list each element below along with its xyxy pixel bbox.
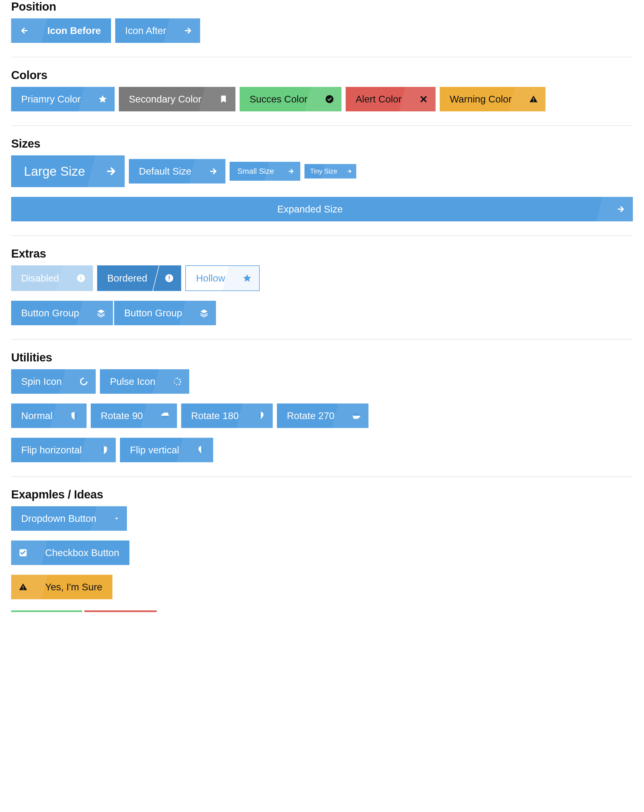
shield-icon — [153, 403, 177, 428]
alert-color-label: Alert Color — [346, 87, 412, 111]
flip-v-label: Flip vertical — [120, 438, 189, 462]
heading-extras: Extras — [11, 247, 633, 260]
exclamation-circle-icon — [157, 266, 181, 291]
rotate-180-button[interactable]: Rotate 180 — [181, 403, 273, 428]
layers-icon — [89, 301, 113, 325]
dropdown-button[interactable]: Dropdown Button — [11, 506, 127, 531]
arrow-right-icon — [609, 197, 633, 221]
button-group: Button Group Button Group — [11, 301, 216, 325]
pulse-label: Pulse Icon — [100, 369, 165, 394]
dots-spinner-icon — [165, 369, 189, 394]
rotate-270-button[interactable]: Rotate 270 — [277, 403, 368, 428]
flip-horizontal-button[interactable]: Flip horizontal — [11, 438, 116, 462]
caret-down-icon — [106, 506, 127, 531]
tiny-size-button[interactable]: Tiny Size — [304, 164, 356, 179]
bookmark-icon — [212, 87, 236, 111]
heading-colors: Colors — [11, 69, 633, 82]
layers-icon — [192, 301, 216, 325]
large-size-label: Large Size — [11, 156, 98, 187]
default-size-label: Default Size — [129, 159, 201, 183]
icon-after-label: Icon After — [115, 18, 177, 43]
heading-sizes: Sizes — [11, 137, 633, 150]
arrow-right-icon — [98, 156, 125, 187]
section-utilities: Utilities Spin Icon Pulse Icon Normal Ro… — [11, 339, 633, 476]
checkbox-label: Checkbox Button — [35, 540, 129, 565]
heading-position: Position — [11, 0, 633, 13]
checkbox-button[interactable]: Checkbox Button — [11, 540, 129, 565]
section-position: Position Icon Before Icon After — [11, 0, 633, 57]
section-extras: Extras Disabled Bordered Hollow Button G… — [11, 235, 633, 339]
star-icon — [235, 266, 259, 290]
spin-icon-button[interactable]: Spin Icon — [11, 369, 96, 394]
bordered-label: Bordered — [97, 266, 157, 290]
heading-examples: Exapmles / Ideas — [11, 488, 633, 501]
disabled-button: Disabled — [11, 266, 93, 291]
shield-icon — [62, 403, 87, 428]
normal-label: Normal — [11, 403, 62, 428]
rotate-270-label: Rotate 270 — [277, 403, 344, 428]
primary-color-button[interactable]: Priamry Color — [11, 87, 115, 111]
arrow-right-icon — [201, 159, 225, 183]
icon-after-button[interactable]: Icon After — [115, 18, 200, 43]
tiny-size-label: Tiny Size — [304, 164, 343, 179]
confirm-label: Yes, I'm Sure — [35, 575, 113, 599]
flip-h-label: Flip horizontal — [11, 438, 92, 462]
section-sizes: Sizes Large Size Default Size Small Size… — [11, 125, 633, 235]
cropped-button-green — [11, 611, 82, 612]
button-group-label: Button Group — [11, 301, 89, 325]
arrow-right-icon — [343, 164, 356, 179]
bordered-button[interactable]: Bordered — [97, 266, 181, 291]
drop-icon — [189, 438, 213, 462]
warning-color-label: Warning Color — [440, 87, 522, 111]
rotate-90-button[interactable]: Rotate 90 — [91, 403, 177, 428]
spinner-icon — [72, 369, 96, 394]
normal-button[interactable]: Normal — [11, 403, 87, 428]
spin-label: Spin Icon — [11, 369, 72, 394]
close-icon — [412, 87, 435, 111]
icon-before-button[interactable]: Icon Before — [11, 18, 111, 43]
cropped-buttons-hint — [11, 611, 633, 612]
dropdown-label: Dropdown Button — [11, 506, 106, 531]
warning-icon — [11, 575, 35, 599]
button-group-label: Button Group — [114, 301, 192, 325]
pulse-icon-button[interactable]: Pulse Icon — [100, 369, 189, 394]
success-color-label: Succes Color — [240, 87, 318, 111]
cropped-button-red — [84, 611, 157, 612]
alert-color-button[interactable]: Alert Color — [346, 87, 435, 111]
rotate-90-label: Rotate 90 — [91, 403, 153, 428]
default-size-button[interactable]: Default Size — [129, 159, 225, 183]
heading-utilities: Utilities — [11, 351, 633, 364]
expanded-size-button[interactable]: Expanded Size — [11, 197, 633, 221]
drop-icon — [249, 403, 273, 428]
hollow-label: Hollow — [186, 266, 235, 290]
arrow-right-icon — [176, 18, 200, 43]
flip-vertical-button[interactable]: Flip vertical — [120, 438, 213, 462]
primary-color-label: Priamry Color — [11, 87, 91, 111]
arrow-left-icon — [11, 18, 37, 43]
star-icon — [91, 87, 115, 111]
small-size-button[interactable]: Small Size — [230, 162, 300, 181]
warning-color-button[interactable]: Warning Color — [440, 87, 545, 111]
button-group-item-2[interactable]: Button Group — [114, 301, 216, 325]
expanded-size-label: Expanded Size — [11, 197, 609, 221]
secondary-color-button[interactable]: Secondary Color — [119, 87, 236, 111]
icon-before-label: Icon Before — [37, 18, 111, 43]
hollow-button[interactable]: Hollow — [185, 266, 260, 291]
rotate-180-label: Rotate 180 — [181, 403, 249, 428]
small-size-label: Small Size — [230, 162, 282, 181]
arrow-right-icon — [282, 162, 300, 181]
disabled-label: Disabled — [11, 266, 69, 290]
info-circle-icon — [69, 266, 93, 291]
checkbox-icon — [11, 540, 35, 565]
shield-icon — [344, 403, 368, 428]
check-circle-icon — [318, 87, 341, 111]
warning-icon — [522, 87, 545, 111]
confirm-button[interactable]: Yes, I'm Sure — [11, 575, 113, 599]
section-examples: Exapmles / Ideas Dropdown Button Checkbo… — [11, 476, 633, 626]
large-size-button[interactable]: Large Size — [11, 156, 125, 187]
button-group-item-1[interactable]: Button Group — [11, 301, 113, 325]
section-colors: Colors Priamry Color Secondary Color Suc… — [11, 57, 633, 125]
shield-icon — [92, 438, 116, 462]
secondary-color-label: Secondary Color — [119, 87, 212, 111]
success-color-button[interactable]: Succes Color — [240, 87, 341, 111]
